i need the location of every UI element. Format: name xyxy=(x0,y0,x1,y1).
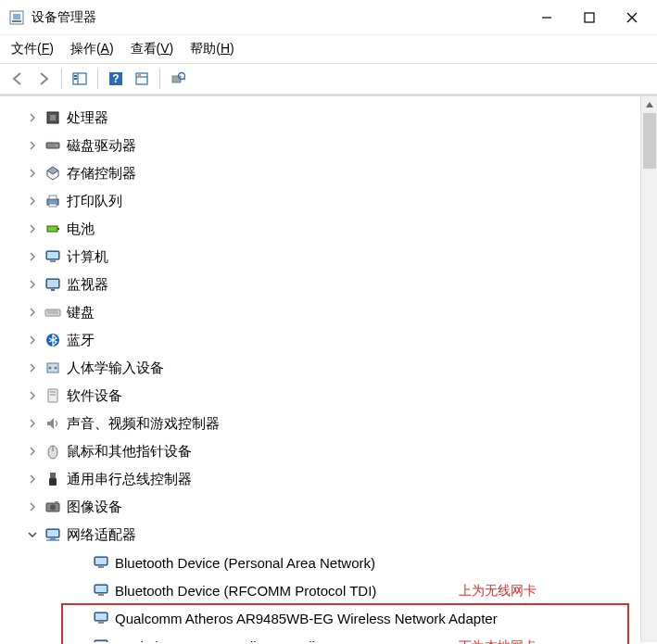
app-icon xyxy=(9,10,24,25)
network-icon xyxy=(44,526,61,543)
device-item[interactable]: Bluetooth Device (RFCOMM Protocol TDI) xyxy=(0,576,657,604)
expand-icon[interactable] xyxy=(26,111,39,124)
expand-icon[interactable] xyxy=(26,500,39,513)
svg-rect-47 xyxy=(49,478,57,486)
scan-hardware-button[interactable] xyxy=(166,67,190,91)
collapse-icon[interactable] xyxy=(26,528,39,541)
device-item-label: Realtek PCIe FE Family Controller xyxy=(115,638,327,643)
device-category[interactable]: 图像设备 xyxy=(0,493,657,521)
expand-icon[interactable] xyxy=(26,473,39,486)
expand-icon[interactable] xyxy=(26,361,39,374)
close-button[interactable] xyxy=(611,5,653,31)
category-label: 计算机 xyxy=(67,248,108,266)
expand-icon[interactable] xyxy=(26,389,39,402)
expand-icon[interactable] xyxy=(26,445,39,458)
show-hide-tree-button[interactable] xyxy=(68,67,92,91)
battery-icon xyxy=(44,221,61,237)
svg-rect-9 xyxy=(74,75,77,77)
category-label: 通用串行总线控制器 xyxy=(67,471,192,488)
svg-rect-57 xyxy=(98,566,104,568)
category-label: 处理器 xyxy=(67,109,108,127)
cpu-icon xyxy=(44,109,61,126)
maximize-button[interactable] xyxy=(568,5,611,31)
network-adapter-icon xyxy=(93,610,109,626)
device-category[interactable]: 监视器 xyxy=(0,271,657,298)
device-tree[interactable]: 处理器磁盘驱动器存储控制器打印队列电池计算机监视器键盘蓝牙人体学输入设备软件设备… xyxy=(0,96,657,642)
device-item[interactable]: Realtek PCIe FE Family Controller xyxy=(0,632,657,642)
svg-rect-32 xyxy=(47,280,58,287)
expand-icon[interactable] xyxy=(26,222,39,235)
device-category[interactable]: 鼠标和其他指针设备 xyxy=(0,437,657,465)
expand-icon[interactable] xyxy=(26,278,39,291)
audio-icon xyxy=(44,415,61,432)
camera-icon xyxy=(44,499,61,515)
device-category[interactable]: 打印队列 xyxy=(0,187,657,215)
scroll-thumb[interactable] xyxy=(643,113,656,169)
expand-icon[interactable] xyxy=(26,167,39,180)
category-label: 人体学输入设备 xyxy=(67,360,164,377)
software-icon xyxy=(44,387,61,404)
device-item-label: Qualcomm Atheros AR9485WB-EG Wireless Ne… xyxy=(115,611,498,626)
network-adapter-icon xyxy=(93,582,109,599)
device-category[interactable]: 通用串行总线控制器 xyxy=(0,465,657,493)
svg-point-22 xyxy=(56,145,57,146)
properties-button[interactable] xyxy=(130,67,154,91)
device-category[interactable]: 网络适配器 xyxy=(0,521,657,549)
svg-rect-30 xyxy=(50,260,56,262)
monitor-icon xyxy=(44,276,61,293)
category-label: 图像设备 xyxy=(67,499,122,516)
minimize-button[interactable] xyxy=(525,5,568,31)
nav-forward-button[interactable] xyxy=(32,67,56,91)
expand-icon[interactable] xyxy=(26,250,39,263)
device-category[interactable]: 声音、视频和游戏控制器 xyxy=(0,410,657,437)
svg-rect-63 xyxy=(98,622,104,624)
svg-line-18 xyxy=(183,78,185,80)
device-category[interactable]: 人体学输入设备 xyxy=(0,354,657,382)
window-title: 设备管理器 xyxy=(32,9,525,26)
svg-text:?: ? xyxy=(112,72,119,85)
expand-icon[interactable] xyxy=(26,306,39,319)
svg-rect-4 xyxy=(585,13,594,22)
device-category[interactable]: 电池 xyxy=(0,215,657,243)
device-category[interactable]: 计算机 xyxy=(0,243,657,271)
svg-point-39 xyxy=(49,367,52,370)
expand-icon[interactable] xyxy=(26,417,39,430)
scroll-up-arrow[interactable] xyxy=(641,96,657,113)
svg-rect-50 xyxy=(55,501,58,503)
category-label: 网络适配器 xyxy=(67,526,136,544)
toolbar: ? xyxy=(0,63,657,95)
category-label: 磁盘驱动器 xyxy=(67,137,136,155)
device-category[interactable]: 蓝牙 xyxy=(0,326,657,354)
expand-icon[interactable] xyxy=(26,139,39,152)
svg-rect-29 xyxy=(47,252,58,259)
disk-icon xyxy=(44,137,61,154)
svg-point-49 xyxy=(50,505,56,511)
device-category[interactable]: 存储控制器 xyxy=(0,159,657,187)
device-category[interactable]: 处理器 xyxy=(0,104,657,132)
category-label: 监视器 xyxy=(67,276,108,294)
svg-rect-26 xyxy=(47,226,57,232)
category-label: 存储控制器 xyxy=(67,165,136,183)
menu-view[interactable]: 查看(V) xyxy=(131,41,174,57)
printer-icon xyxy=(44,193,61,209)
device-item-label: Bluetooth Device (Personal Area Network) xyxy=(115,555,375,571)
nav-back-button[interactable] xyxy=(6,67,30,91)
device-category[interactable]: 磁盘驱动器 xyxy=(0,132,657,159)
menu-help[interactable]: 帮助(H) xyxy=(190,41,234,57)
device-category[interactable]: 软件设备 xyxy=(0,382,657,410)
svg-rect-65 xyxy=(95,641,107,642)
svg-rect-2 xyxy=(12,20,21,22)
device-category[interactable]: 键盘 xyxy=(0,298,657,326)
menu-action[interactable]: 操作(A) xyxy=(70,41,114,57)
category-label: 鼠标和其他指针设备 xyxy=(67,443,192,461)
expand-icon[interactable] xyxy=(26,334,39,347)
window-titlebar: 设备管理器 xyxy=(0,0,657,35)
svg-rect-20 xyxy=(50,115,56,120)
computer-icon xyxy=(44,248,61,265)
help-button[interactable]: ? xyxy=(104,67,128,91)
expand-icon[interactable] xyxy=(26,195,39,208)
menu-file[interactable]: 文件(F) xyxy=(11,41,54,57)
device-item[interactable]: Qualcomm Atheros AR9485WB-EG Wireless Ne… xyxy=(0,604,657,632)
device-item[interactable]: Bluetooth Device (Personal Area Network) xyxy=(0,549,657,576)
vertical-scrollbar[interactable] xyxy=(640,96,657,642)
